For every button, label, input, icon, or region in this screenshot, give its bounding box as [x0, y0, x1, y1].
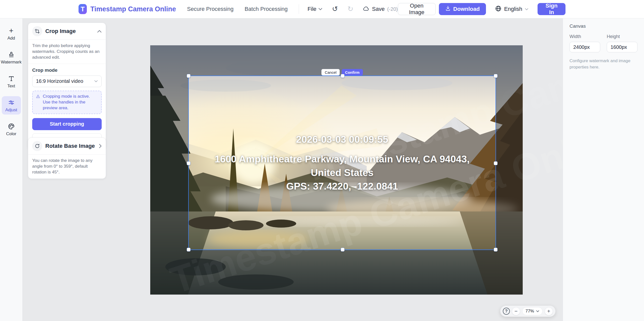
chevron-right-icon [99, 144, 102, 148]
chevron-up-icon[interactable] [97, 30, 102, 33]
warning-icon [36, 94, 40, 100]
canvas-section-title: Canvas [570, 23, 637, 29]
sidebar-item-add[interactable]: + Add [2, 24, 21, 43]
image-preview: Timestamp Camera Online Timestamp Camera… [150, 45, 523, 295]
zoom-in-button[interactable]: + [545, 307, 553, 315]
crop-handle-se[interactable] [494, 248, 498, 252]
sidebar-item-text[interactable]: Text [2, 72, 21, 91]
header-divider [299, 4, 299, 14]
crop-handle-sw[interactable] [187, 248, 191, 252]
sidebar-item-label: Adjust [5, 108, 17, 113]
height-label: Height [607, 34, 637, 39]
sidebar-item-watermark[interactable]: Watermark [2, 48, 21, 67]
crop-mode-value: 16:9 Horizontal video [36, 78, 83, 84]
crop-dim-overlay [150, 250, 523, 295]
rotate-icon [32, 141, 42, 151]
crop-mode-select[interactable]: 16:9 Horizontal video [32, 76, 102, 87]
globe-icon [495, 5, 502, 13]
app-logo: T [79, 4, 87, 14]
save-button[interactable]: Save (-20) [363, 6, 398, 12]
canvas-workspace: Crop Image Trim the photo before applyin… [23, 18, 563, 321]
brand-title: Timestamp Camera Online [90, 5, 176, 13]
crop-mode-label: Crop mode [32, 67, 102, 73]
download-button[interactable]: Download [439, 3, 486, 15]
crop-handle-e[interactable] [494, 161, 498, 165]
cropping-info-box: Cropping mode is active. Use the handles… [32, 91, 102, 114]
canvas-height-input[interactable] [607, 42, 637, 52]
crop-panel-description: Trim the photo before applying watermark… [28, 40, 106, 64]
crop-handle-nw[interactable] [187, 74, 191, 78]
nav-batch-processing[interactable]: Batch Processing [245, 6, 288, 12]
crop-dim-overlay [150, 76, 188, 250]
zoom-out-button[interactable]: − [512, 307, 520, 315]
save-credits-badge: (-20) [387, 6, 398, 12]
crop-handle-n[interactable] [341, 74, 345, 78]
sidebar-item-label: Add [7, 36, 15, 41]
start-cropping-button[interactable]: Start cropping [32, 118, 102, 130]
file-menu[interactable]: File [308, 6, 322, 12]
open-image-button[interactable]: Open Image [398, 3, 436, 15]
save-label: Save [372, 6, 385, 12]
download-icon [445, 6, 451, 13]
sidebar-item-adjust[interactable]: Adjust [2, 96, 21, 115]
help-icon[interactable]: ? [503, 308, 510, 315]
crop-handle-ne[interactable] [494, 74, 498, 78]
crop-icon [32, 26, 42, 36]
palette-icon [8, 123, 15, 130]
rotate-image-panel: Rotate Base Image You can rotate the ima… [28, 137, 106, 179]
chevron-down-icon [525, 8, 528, 10]
header: T Timestamp Camera Online Secure Process… [0, 0, 644, 18]
sidebar-item-label: Watermark [1, 60, 22, 65]
zoom-level-select[interactable]: 77% [522, 307, 543, 315]
rotate-panel-title: Rotate Base Image [45, 143, 96, 149]
redo-icon[interactable]: ↻ [348, 6, 353, 13]
stamp-icon [8, 51, 15, 58]
crop-image-panel: Crop Image Trim the photo before applyin… [28, 23, 106, 150]
crop-handle-w[interactable] [187, 161, 191, 165]
file-menu-label: File [308, 6, 316, 12]
language-selector[interactable]: English [495, 5, 528, 13]
zoom-level-value: 77% [525, 309, 534, 314]
sign-in-button[interactable]: Sign In [538, 3, 565, 15]
logo-letter: T [81, 5, 85, 13]
app-root: T Timestamp Camera Online Secure Process… [0, 0, 644, 321]
download-label: Download [453, 6, 480, 12]
width-label: Width [570, 34, 600, 39]
sidebar-item-label: Text [7, 84, 15, 89]
chevron-down-icon [536, 310, 539, 312]
rotate-panel-header[interactable]: Rotate Base Image [28, 138, 106, 154]
crop-cancel-button[interactable]: Cancel [321, 69, 340, 76]
chevron-down-icon [94, 80, 98, 82]
sidebar-item-color[interactable]: Color [2, 120, 21, 138]
canvas-width-input[interactable] [570, 42, 600, 52]
add-icon: + [9, 27, 14, 34]
undo-icon[interactable]: ↺ [332, 6, 338, 13]
chevron-down-icon [318, 8, 322, 10]
tool-sidebar: + Add Watermark Text Adjust Color [0, 18, 23, 321]
crop-dim-overlay [496, 76, 523, 250]
language-label: English [504, 6, 522, 12]
nav-secure-processing[interactable]: Secure Processing [187, 6, 234, 12]
crop-panel-title: Crop Image [45, 28, 94, 34]
sidebar-item-label: Color [6, 131, 16, 136]
rotate-panel-description: You can rotate the image to any angle fr… [28, 154, 106, 179]
sliders-icon [8, 99, 15, 106]
properties-panel: Canvas Width Height Configure watermark … [563, 18, 644, 321]
cloud-icon [363, 6, 369, 12]
crop-rectangle[interactable] [188, 76, 496, 250]
crop-handle-s[interactable] [341, 248, 345, 252]
text-icon [8, 75, 15, 82]
properties-note: Configure watermark and image properties… [570, 58, 637, 70]
cropping-info-text: Cropping mode is active. Use the handles… [43, 94, 98, 111]
crop-confirm-button[interactable]: Confirm [342, 69, 363, 76]
zoom-controls: ? − 77% + [500, 306, 555, 317]
